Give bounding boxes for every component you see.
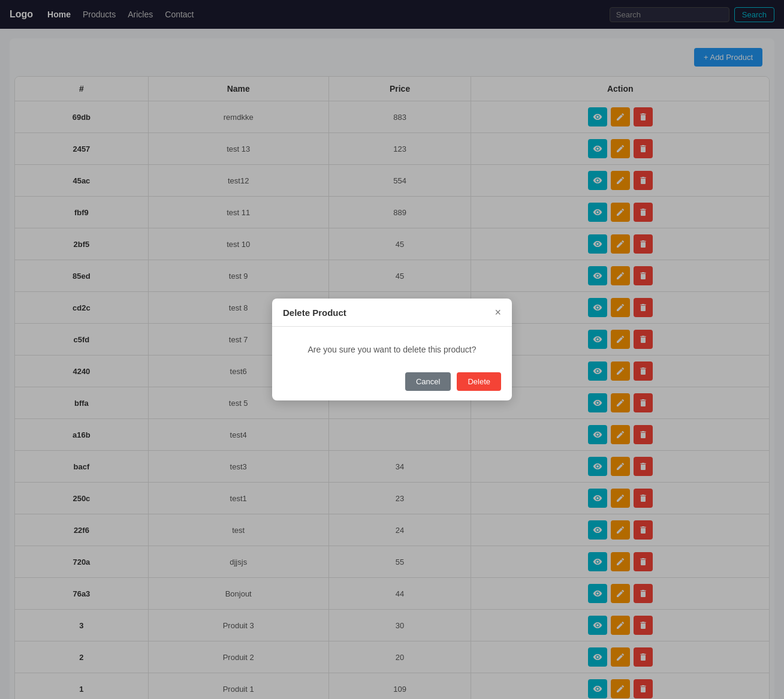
- modal-body-text: Are you sure you want to delete this pro…: [283, 345, 501, 354]
- modal-overlay: Delete Product × Are you sure you want t…: [0, 0, 784, 699]
- delete-modal: Delete Product × Are you sure you want t…: [272, 299, 512, 400]
- confirm-delete-button[interactable]: Delete: [457, 372, 501, 391]
- modal-close-button[interactable]: ×: [494, 307, 501, 318]
- modal-header: Delete Product ×: [272, 299, 512, 327]
- cancel-button[interactable]: Cancel: [405, 372, 451, 391]
- modal-title: Delete Product: [283, 308, 346, 318]
- modal-footer: Cancel Delete: [272, 366, 512, 400]
- modal-body: Are you sure you want to delete this pro…: [272, 327, 512, 366]
